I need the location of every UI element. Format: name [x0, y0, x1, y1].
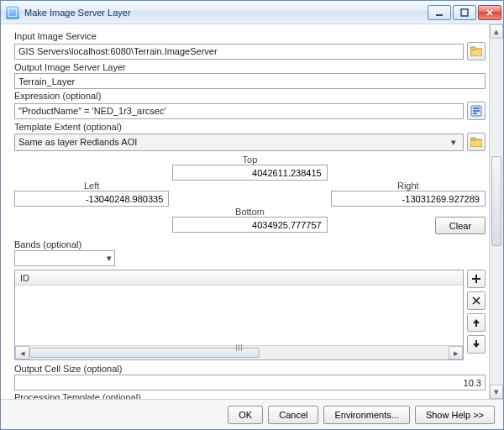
svg-rect-11 [470, 138, 475, 140]
window-title: Make Image Server Layer [24, 8, 428, 18]
form-body: Input Image Service GIS Servers\localhos… [1, 24, 489, 399]
svg-marker-17 [473, 340, 480, 348]
expression-field[interactable]: "ProductName" = 'NED_1r3_arcsec' [14, 103, 464, 119]
browse-folder-icon[interactable] [467, 133, 486, 151]
processing-template-label: Processing Template (optional) [14, 392, 486, 399]
horizontal-scrollbar[interactable]: ◂ III ▸ [15, 345, 463, 359]
show-help-button[interactable]: Show Help >> [415, 406, 495, 424]
extent-left-label: Left [14, 181, 169, 191]
ok-button[interactable]: OK [228, 406, 263, 424]
bands-listbox[interactable]: ID ◂ III ▸ [14, 270, 464, 360]
extent-bottom-label: Bottom [172, 207, 327, 217]
svg-rect-0 [436, 14, 443, 16]
extent-top-field[interactable]: 4042611.238415 [172, 165, 327, 181]
svg-rect-7 [473, 108, 480, 109]
svg-marker-16 [473, 319, 480, 327]
template-extent-dropdown[interactable]: Same as layer Redlands AOI ▾ [14, 134, 464, 151]
minimize-button[interactable] [428, 5, 451, 20]
cell-size-label: Output Cell Size (optional) [14, 364, 486, 374]
scroll-up-icon[interactable]: ▴ [490, 24, 503, 39]
environments-button[interactable]: Environments... [323, 406, 409, 424]
browse-folder-icon[interactable] [467, 42, 486, 60]
dialog-footer: OK Cancel Environments... Show Help >> [1, 399, 503, 429]
dialog-window: Make Image Server Layer Input Image Serv… [0, 0, 504, 430]
scroll-thumb[interactable] [491, 156, 501, 246]
extent-right-label: Right [331, 181, 486, 191]
svg-rect-13 [472, 278, 480, 280]
add-icon[interactable] [467, 270, 486, 288]
extent-top-label: Top [172, 155, 327, 165]
bands-dropdown[interactable]: ▾ [14, 250, 115, 266]
remove-icon[interactable] [467, 291, 486, 310]
app-icon [6, 6, 19, 19]
extent-left-field[interactable]: -13040248.980335 [14, 191, 169, 207]
scroll-down-icon[interactable]: ▾ [490, 385, 503, 399]
move-down-icon[interactable] [467, 335, 486, 354]
bands-list-header[interactable]: ID [15, 270, 463, 286]
svg-rect-9 [473, 113, 477, 114]
vertical-scrollbar[interactable]: ▴ ▾ [489, 24, 503, 399]
chevron-down-icon: ▾ [447, 137, 459, 148]
clear-button[interactable]: Clear [435, 217, 486, 234]
cell-size-field[interactable]: 10.3 [14, 375, 486, 391]
scroll-left-icon[interactable]: ◂ [15, 346, 29, 359]
svg-rect-8 [473, 110, 480, 112]
extent-right-field[interactable]: -13031269.927289 [331, 191, 486, 207]
bands-label: Bands (optional) [14, 239, 486, 249]
extent-panel: Top 4042611.238415 LeftRight -13040248.9… [14, 155, 486, 234]
move-up-icon[interactable] [467, 313, 486, 332]
scroll-thumb[interactable] [29, 348, 260, 358]
input-service-label: Input Image Service [14, 31, 486, 41]
chevron-down-icon: ▾ [107, 253, 112, 264]
scroll-right-icon[interactable]: ▸ [449, 346, 463, 359]
extent-bottom-field[interactable]: 4034925.777757 [172, 217, 327, 233]
svg-rect-5 [470, 47, 475, 50]
maximize-button[interactable] [453, 5, 476, 20]
close-button[interactable] [478, 5, 501, 20]
cancel-button[interactable]: Cancel [268, 406, 318, 424]
svg-rect-1 [461, 9, 468, 16]
output-layer-label: Output Image Server Layer [14, 62, 486, 72]
title-bar[interactable]: Make Image Server Layer [1, 1, 503, 24]
template-extent-label: Template Extent (optional) [14, 122, 486, 132]
expression-label: Expression (optional) [14, 91, 486, 101]
window-controls [428, 5, 501, 20]
input-service-field[interactable]: GIS Servers\localhost:6080\Terrain.Image… [14, 44, 464, 60]
sql-builder-icon[interactable] [467, 102, 486, 120]
output-layer-field[interactable]: Terrain_Layer [14, 73, 486, 89]
bands-list-buttons [467, 270, 486, 360]
